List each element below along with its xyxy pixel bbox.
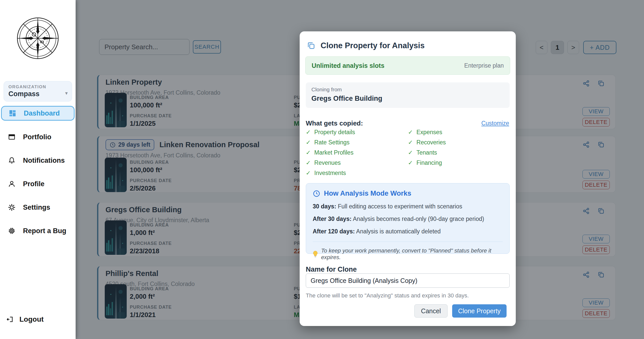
name-for-clone-label: Name for Clone [306,266,357,273]
bug-icon [8,227,16,235]
check-icon: ✓ [408,159,413,166]
sidebar-item-portfolio[interactable]: Portfolio [1,130,75,144]
sidebar-item-profile[interactable]: Profile [1,177,75,191]
copied-item: ✓ Tenants [408,149,437,156]
check-icon: ✓ [408,129,413,136]
copied-item: ✓ Revenues [306,159,341,166]
plan-banner-text: Unlimited analysis slots [312,62,384,69]
info-heading: How Analysis Mode Works [324,190,411,197]
sidebar-item-label: Report a Bug [23,227,66,235]
info-line: After 30 days: Analysis becomes read-onl… [313,216,503,222]
bell-icon [8,156,16,165]
copied-heading: What gets copied: [306,119,363,127]
copied-item: ✓ Market Profiles [306,149,354,156]
check-icon: ✓ [306,149,311,156]
sidebar-item-report-a-bug[interactable]: Report a Bug [1,223,75,238]
sidebar: ORGANIZATION Compass ▾ Dashboard Portfol… [0,0,76,339]
sidebar-item-label: Profile [23,180,44,188]
cancel-button[interactable]: Cancel [414,304,448,318]
clone-property-modal: Clone Property for Analysis Unlimited an… [300,31,516,326]
copied-item: ✓ Expenses [408,129,442,136]
modal-title: Clone Property for Analysis [321,41,425,50]
clone-name-input[interactable] [306,273,510,288]
organization-value: Compass [8,90,67,98]
portfolio-icon [8,133,16,141]
sidebar-item-label: Settings [23,204,50,211]
logout-label: Logout [19,315,44,323]
check-icon: ✓ [408,139,413,146]
check-icon: ✓ [306,129,311,136]
check-icon: ✓ [306,159,311,166]
sidebar-item-label: Notifications [23,157,65,165]
copied-item: ✓ Investments [306,170,346,177]
check-icon: ✓ [306,170,311,177]
copied-item: ✓ Property details [306,129,355,136]
cloning-from-box: Cloning from Gregs Office Building [306,82,510,108]
organization-label: ORGANIZATION [8,84,67,90]
logout-icon [6,315,14,323]
compass-logo [16,17,60,60]
sidebar-item-dashboard[interactable]: Dashboard [1,106,75,121]
gear-icon [8,203,16,211]
organization-selector[interactable]: ORGANIZATION Compass ▾ [4,81,72,102]
dashboard-grid-icon [8,109,17,117]
analysis-mode-info-box: How Analysis Mode Works 30 days: Full ed… [306,183,510,254]
tip-line: To keep your work permanently, convert t… [313,247,503,261]
app-screen: SEARCH < 1 > + ADD Linken Property 1973 … [0,0,644,339]
check-icon: ✓ [306,139,311,146]
logout-button[interactable]: Logout [6,315,44,323]
chevron-down-icon: ▾ [65,90,68,96]
lightbulb-icon [313,251,318,257]
sidebar-item-settings[interactable]: Settings [1,200,75,215]
clone-helper-text: The clone will be set to "Analyzing" sta… [306,292,469,299]
divider [313,242,503,242]
sidebar-item-notifications[interactable]: Notifications [1,153,75,168]
sidebar-item-label: Portfolio [23,133,51,141]
copied-item: ✓ Recoveries [408,139,446,146]
plan-badge: Enterprise plan [464,62,504,69]
customize-link[interactable]: Customize [481,120,509,127]
plan-banner: Unlimited analysis slots Enterprise plan [305,56,510,75]
cloning-from-label: Cloning from [311,86,504,93]
copied-item: ✓ Rate Settings [306,139,349,146]
user-icon [8,180,16,188]
copied-item: ✓ Financing [408,159,442,166]
check-icon: ✓ [408,149,413,156]
info-line: 30 days: Full editing access to experime… [313,203,503,210]
info-line: After 120 days: Analysis is automaticall… [313,228,503,235]
sidebar-item-label: Dashboard [24,109,60,117]
clone-icon [306,41,315,50]
clock-icon [313,190,320,197]
clone-property-button[interactable]: Clone Property [452,304,507,318]
cloning-from-value: Gregs Office Building [311,95,504,103]
